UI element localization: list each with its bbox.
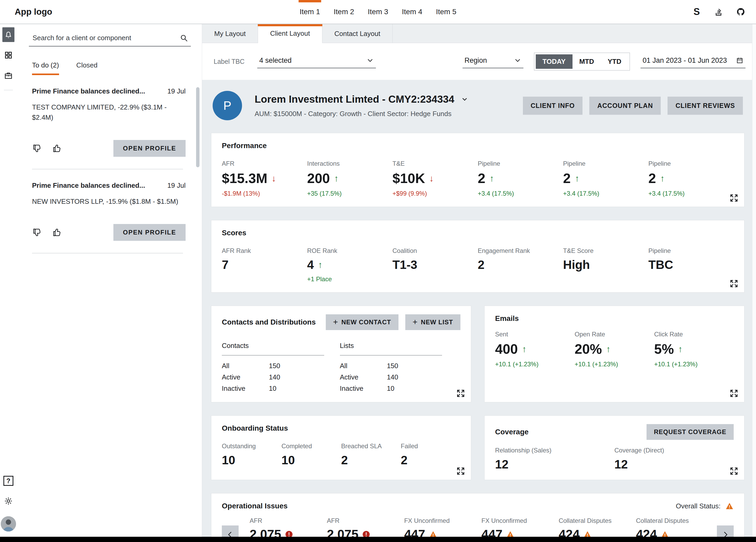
metric-afr-issues: AFR 2,075 +10.1 (+1.23%) (327, 517, 404, 537)
dashboard-content: P Lorem Investment Limted - CMY2:234334 … (202, 80, 756, 537)
tab-contact-layout[interactable]: Contact Layout (322, 24, 393, 43)
period-today[interactable]: TODAY (536, 54, 573, 69)
error-badge-icon (285, 530, 293, 537)
notification-date: 19 Jul (167, 181, 186, 189)
nav-item-2[interactable]: Item 2 (334, 0, 354, 24)
notification-date: 19 Jul (167, 87, 186, 95)
thumbs-up-icon[interactable] (52, 227, 62, 237)
main-scrollbar-track[interactable] (752, 24, 756, 537)
user-avatar[interactable] (1, 516, 16, 532)
metric-relationship-sales: Relationship (Sales) 12 (495, 447, 615, 470)
multiselect-value: 4 selected (259, 56, 292, 65)
filter-bar: Label TBC 4 selected Region TODAY MTD YT… (202, 43, 756, 80)
thumbs-up-icon[interactable] (52, 143, 62, 153)
metric-pipeline: Pipeline 2↑ +3.4 (17.5%) (648, 160, 734, 197)
expand-icon[interactable] (456, 467, 465, 476)
up-arrow-icon: ↑ (318, 260, 323, 269)
new-list-button[interactable]: +NEW LIST (405, 314, 460, 330)
period-mtd[interactable]: MTD (573, 54, 601, 69)
notification-body: TEST COMPANY LIMITED, -22.9% ($3.1M - $2… (32, 102, 186, 123)
body-row: ? To do (2) Closed Prime Fina (0, 24, 756, 537)
carousel-left-button[interactable] (222, 525, 239, 537)
expand-icon[interactable] (729, 279, 738, 288)
nav-item-4[interactable]: Item 4 (402, 0, 422, 24)
thumbs-down-icon[interactable] (32, 227, 42, 237)
metric-te-score: T&E Score High (563, 247, 648, 283)
metric-afr-issues: AFR 2,075 +10.1 (+1.23%) (250, 517, 327, 537)
date-range-picker[interactable]: 01 Jan 2023 - 01 Jun 2023 (641, 55, 745, 68)
expand-icon[interactable] (729, 193, 738, 202)
nav-item-1[interactable]: Item 1 (300, 0, 320, 24)
period-ytd[interactable]: YTD (601, 54, 628, 69)
multiselect-dropdown[interactable]: 4 selected (257, 55, 376, 68)
overall-status: Overall Status: (676, 502, 734, 510)
notification-title: Prime Finance balances declined... (32, 87, 167, 95)
notification-title: Prime Finance balances declined... (32, 181, 167, 189)
github-icon[interactable] (736, 7, 745, 17)
account-plan-button[interactable]: ACCOUNT PLAN (589, 97, 661, 115)
metric-fx-unconfirmed: FX Unconfirmed 447 +10.1 (+1.23%) (404, 517, 481, 537)
panel-scrollbar-thumb[interactable] (196, 87, 199, 167)
coverage-card: Coverage REQUEST COVERAGE Relationship (… (484, 416, 744, 480)
help-icon[interactable]: ? (3, 476, 13, 486)
tab-closed[interactable]: Closed (76, 61, 98, 75)
up-arrow-icon: ↑ (522, 345, 527, 354)
table-row: Active140 (340, 373, 442, 381)
briefcase-icon[interactable] (2, 68, 14, 83)
search-icon[interactable] (180, 34, 188, 42)
notification-body: NEW INVESTORS LLP, -15.9% ($1.8M - $1.5M… (32, 196, 186, 207)
period-segmented-control: TODAY MTD YTD (534, 52, 630, 71)
search-input[interactable] (32, 34, 180, 42)
app-screen: App logo Item 1 Item 2 Item 3 Item 4 Ite… (0, 0, 756, 542)
s-brand-icon[interactable]: S (692, 7, 701, 17)
chevron-right-icon (721, 531, 729, 537)
up-arrow-icon: ↑ (678, 345, 683, 354)
expand-icon[interactable] (456, 389, 465, 398)
notifications-bell-icon[interactable] (2, 27, 14, 42)
carousel-right-button[interactable] (717, 525, 734, 537)
bottom-black-bar (0, 537, 756, 542)
rail-bottom-group: ? (1, 476, 16, 532)
tab-todo[interactable]: To do (2) (32, 61, 59, 75)
expand-icon[interactable] (729, 389, 738, 398)
stackoverflow-icon[interactable] (714, 7, 723, 17)
left-panel: To do (2) Closed Prime Finance balances … (17, 24, 202, 537)
table-row: Inactive10 (340, 385, 442, 393)
metric-completed: Completed 10 (281, 443, 341, 466)
operational-issues-card: Operational Issues Overall Status: AFR (211, 493, 744, 537)
nav-item-5[interactable]: Item 5 (436, 0, 456, 24)
performance-card: Performance AFR $15.3M↓ -$1.9M (13%) Int… (211, 133, 744, 207)
open-profile-button[interactable]: OPEN PROFILE (113, 224, 186, 241)
nav-item-3[interactable]: Item 3 (368, 0, 388, 24)
apps-grid-icon[interactable] (2, 48, 14, 62)
open-profile-button[interactable]: OPEN PROFILE (113, 140, 186, 157)
settings-gear-icon[interactable] (2, 494, 14, 508)
up-arrow-icon: ↑ (606, 345, 611, 354)
metric-collateral-disputes: Collateral Disputes 424 +10.1 (+1.23%) (636, 517, 713, 537)
plus-icon: + (413, 319, 418, 326)
client-reviews-button[interactable]: CLIENT REVIEWS (668, 97, 743, 115)
metric-roe-rank: ROE Rank 4↑ +1 Place (307, 247, 392, 283)
client-info-button[interactable]: CLIENT INFO (523, 97, 583, 115)
thumbs-down-icon[interactable] (32, 143, 42, 153)
down-arrow-icon: ↓ (429, 174, 434, 183)
warning-triangle-icon (429, 530, 437, 537)
warning-triangle-icon (725, 502, 734, 510)
metric-pipeline-score: Pipeline TBC (648, 247, 734, 283)
date-range-value: 01 Jan 2023 - 01 Jun 2023 (643, 56, 727, 65)
main-area: My Layout Client Layout Contact Layout L… (202, 24, 756, 537)
new-contact-button[interactable]: +NEW CONTACT (326, 314, 398, 330)
tab-client-layout[interactable]: Client Layout (258, 24, 322, 43)
metric-te: T&E $10K↓ +$99 (9.9%) (392, 160, 478, 197)
warning-triangle-icon (583, 530, 592, 537)
tab-my-layout[interactable]: My Layout (202, 24, 258, 43)
warning-triangle-icon (506, 530, 515, 537)
metric-outstanding: Outstanding 10 (222, 443, 281, 466)
lists-group: Lists All150 Active140 Inactive10 (340, 342, 442, 393)
request-coverage-button[interactable]: REQUEST COVERAGE (647, 424, 734, 440)
region-dropdown[interactable]: Region (463, 55, 523, 68)
expand-icon[interactable] (729, 467, 738, 476)
metric-interactions: Interactions 200↑ +35 (17.5%) (307, 160, 392, 197)
metric-afr-rank: AFR Rank 7 (222, 247, 307, 283)
client-title[interactable]: Lorem Investment Limted - CMY2:234334 (255, 93, 469, 105)
